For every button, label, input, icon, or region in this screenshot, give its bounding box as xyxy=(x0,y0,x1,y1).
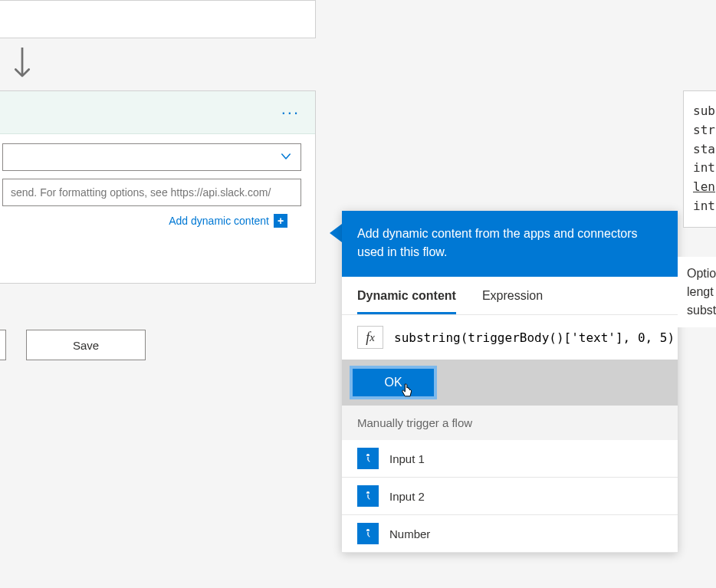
add-dynamic-content-link[interactable]: Add dynamic content xyxy=(169,215,269,227)
dc-item-label: Number xyxy=(389,527,430,540)
expression-input[interactable] xyxy=(383,326,678,349)
action-card: ··· send. For formatting options, see ht… xyxy=(0,90,316,284)
previous-action-card xyxy=(0,0,316,38)
save-button-label: Save xyxy=(73,339,99,352)
tab-expression[interactable]: Expression xyxy=(482,289,543,314)
fx-icon: fx xyxy=(357,326,383,349)
ok-button-bar: OK xyxy=(342,360,678,406)
trigger-input-icon xyxy=(357,485,379,507)
message-placeholder: send. For formatting options, see https:… xyxy=(11,186,271,199)
dc-item-number[interactable]: Number xyxy=(342,515,678,553)
channel-dropdown[interactable] xyxy=(2,143,301,171)
flow-arrow-icon xyxy=(12,48,32,81)
dynamic-content-panel: Add dynamic content from the apps and co… xyxy=(342,211,678,553)
tab-dynamic-content[interactable]: Dynamic content xyxy=(357,289,456,314)
chevron-down-icon xyxy=(279,149,293,166)
intellisense-description-panel: Optio lengt subst xyxy=(678,257,716,327)
trigger-input-icon xyxy=(357,523,379,544)
action-card-body: send. For formatting options, see https:… xyxy=(0,134,315,237)
secondary-button-stub[interactable] xyxy=(0,330,6,360)
more-options-icon[interactable]: ··· xyxy=(277,107,304,118)
action-card-header: ··· xyxy=(0,91,315,134)
ok-button[interactable]: OK xyxy=(351,367,435,398)
message-text-input[interactable]: send. For formatting options, see https:… xyxy=(2,179,301,206)
dc-item-label: Input 2 xyxy=(389,490,425,503)
panel-tabs: Dynamic content Expression xyxy=(342,277,678,315)
dc-item-label: Input 1 xyxy=(389,452,425,465)
panel-banner: Add dynamic content from the apps and co… xyxy=(342,211,678,277)
intellisense-signature-panel: subs stri star inte leng inte xyxy=(683,90,716,228)
save-button[interactable]: Save xyxy=(26,330,146,360)
add-dynamic-content-icon[interactable]: + xyxy=(274,214,287,228)
expression-editor-row: fx xyxy=(342,315,678,360)
panel-pointer-icon xyxy=(330,224,342,242)
section-manually-trigger: Manually trigger a flow xyxy=(342,406,678,440)
dc-item-input-1[interactable]: Input 1 xyxy=(342,440,678,478)
dc-item-input-2[interactable]: Input 2 xyxy=(342,478,678,515)
trigger-input-icon xyxy=(357,448,379,469)
cursor-pointer-icon xyxy=(399,383,414,404)
